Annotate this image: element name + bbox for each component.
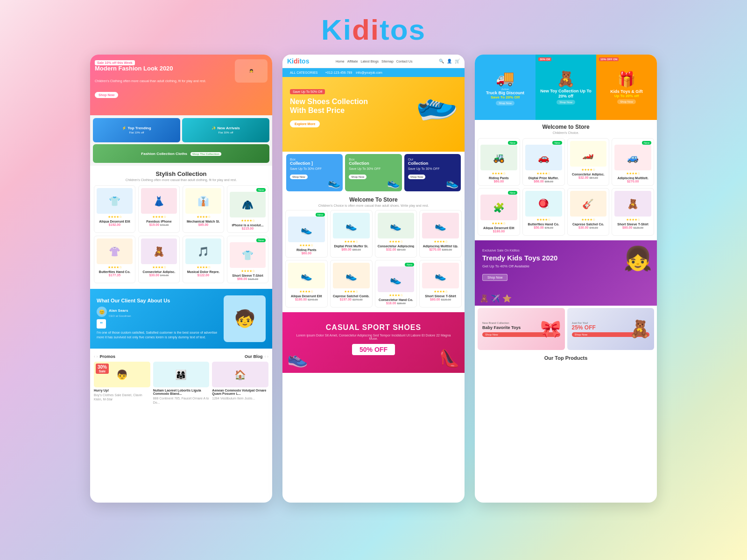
center-product-1[interactable]: New 👟 ★★★★☆ Riding Pants $60.00 [285, 210, 328, 258]
coll-btn-3[interactable]: Shop Now [408, 175, 426, 179]
right-product-5[interactable]: New 🧩 ★★★★☆ Aliqua Deserunt Elit $180.00 [478, 188, 520, 236]
rproduct-img-7: 🎸 [570, 191, 607, 217]
center-product-5[interactable]: 👟 ★★★★☆ Aliqua Deserunt Elit $180.00 $24… [285, 260, 328, 308]
rtb-discount-3: Up To 20% off [614, 94, 639, 98]
center-product-8[interactable]: 👟 ★★★★☆ Short Sleeve T-Shirt $80.00 $120… [419, 260, 462, 308]
rname-2: Digital Prize Muffer. [525, 176, 562, 180]
center-promo-banner: 👟 CASUAL SPORT SHOES Lorem ipsum Dolor S… [282, 312, 465, 373]
blog-card-2-text: 888 Continent 785, Faucet Ornare A to Do… [153, 396, 210, 405]
cart-icon[interactable]: 🛒 [455, 59, 460, 63]
nav-blogs[interactable]: Latest Blogs [361, 60, 379, 63]
cproduct-img-2: 👟 [333, 213, 370, 238]
center-product-3[interactable]: 👟 ★★★★☆ Consectetur Adipiscing $32.00 $5… [375, 210, 417, 258]
promo-shoe-left: 👟 [287, 349, 308, 368]
blog-img-1: 👦 30%Sale [94, 362, 150, 387]
cname-8: Short Sleeve T-Shirt [422, 294, 459, 298]
name-6: Consectetur Adipisc. [141, 270, 177, 273]
left-hero-button[interactable]: Shop Now [95, 92, 118, 98]
blog-card-2[interactable]: 👨‍👩‍👧 Nullam Laoreet Lobortis Ligula Com… [153, 362, 210, 405]
cname-4: Adipiscing Molttist Up. [422, 245, 459, 248]
testimonial-avatar: 😊 [97, 307, 107, 317]
promo-subtitle: Lorem ipsum Dolor Sit Amet, Consectetur … [292, 334, 455, 340]
rtb-title-3: Kids Toys & Gift [610, 89, 642, 94]
promo-discount[interactable]: 50% OFF [352, 344, 395, 355]
right-product-4[interactable]: New 🚙 ★★★★☆ Adipiscing Multlistt. $270.0… [612, 138, 654, 186]
new-badge-r2: New [552, 141, 562, 145]
hero-img-block-1: 👧 [235, 59, 268, 83]
collection-block-1[interactable]: Box Collection ] Save Up To 30% OFF Shop… [286, 154, 343, 191]
categories-button[interactable]: ALL CATEGORIES [286, 70, 322, 76]
cname-1: Riding Pants [288, 248, 325, 252]
right-product-6[interactable]: 🪀 ★★★★☆ Butterflies Hand Co. $50.00 $75.… [522, 188, 565, 236]
right-welcome-subtitle: Children's Choice. [475, 131, 657, 134]
left-product-1[interactable]: 👕 ★★★★☆ Aliqua Deserunt Elit $192.00 [94, 185, 135, 233]
toy-promo-button[interactable]: Shop Now [482, 274, 507, 281]
bb-img-2: 🧸 [629, 319, 650, 339]
promos-prev[interactable]: ‹ › [94, 354, 98, 359]
new-badge-r5: New [508, 191, 517, 195]
promo-title: CASUAL SPORT SHOES [292, 323, 455, 332]
bb-block-2[interactable]: Just For You! 25% OFF Shop Now 🧸 [567, 308, 655, 350]
email-address: info@yourjob.com [356, 71, 382, 74]
collection-block-2[interactable]: Box Collection Save Up To 30% OFF Shop N… [345, 154, 402, 191]
bb-block-1[interactable]: New Brand Collection Baby Favorite Toys … [478, 308, 565, 350]
account-icon[interactable]: 👤 [447, 59, 452, 63]
left-product-3[interactable]: 👔 ★★★★☆ Mechanical Watch Sl. $85.00 [183, 185, 224, 233]
nav-sitemap[interactable]: Sitemap [381, 60, 394, 63]
center-product-4[interactable]: 👟 ★★★★☆ Adipiscing Molttist Up. $270.00 … [419, 210, 462, 258]
rproduct-img-1: 🚜 [480, 145, 517, 170]
blog-card-1[interactable]: 👦 30%Sale Hurry Up! Boy's Clothes Sale D… [94, 362, 150, 405]
right-product-7[interactable]: 🎸 ★★★★☆ Caprese Satchel Co. $30.00 $49.0… [567, 188, 610, 236]
rstars-3: ★★★★☆ [570, 168, 607, 172]
rtb-btn-3[interactable]: Shop Now [617, 99, 636, 104]
product-img-5: 👚 [97, 238, 133, 264]
left-product-6[interactable]: 🧸 ★★★★☆ Consectetur Adipisc. $30.00 $49.… [138, 236, 180, 283]
search-icon[interactable]: 🔍 [439, 59, 444, 63]
price-1: $192.00 [97, 223, 133, 226]
product-img-2: 👗 [141, 188, 177, 214]
quote-icon: " [97, 319, 106, 329]
cproduct-img-5: 👟 [288, 263, 325, 288]
left-hero-title: Modern Fashion Look 2020 [95, 65, 173, 73]
new-badge-r1: New [508, 141, 517, 145]
cstars-8: ★★★★☆ [422, 290, 459, 294]
rtb-btn-1[interactable]: Shop Now [496, 101, 514, 105]
rproduct-img-3: 🏎️ [570, 141, 607, 167]
rtb-btn-2[interactable]: Shop Now [557, 100, 575, 105]
right-product-8[interactable]: 🧸 ★★★★☆ Short Sleeve T-Shirt $80.00 $120… [612, 188, 654, 236]
center-product-6[interactable]: 👟 ★★★★☆ Caprese Satchel Comb. $197.00 $2… [330, 260, 373, 308]
left-product-5[interactable]: 👚 ★★★★☆ Butterflies Hand Co. $177.35 [94, 236, 135, 283]
cprice-8: $80.00 $120.00 [422, 298, 459, 301]
coll-btn-2[interactable]: Shop Now [349, 175, 366, 179]
product-img-1: 👕 [97, 188, 133, 214]
collection-block-3[interactable]: Our Collection Save Up To 30% OFF Shop N… [404, 154, 461, 191]
nav-affiliate[interactable]: Affiliate [347, 60, 358, 63]
center-product-grid: New 👟 ★★★★☆ Riding Pants $60.00 👟 ★★★★☆ … [282, 210, 465, 310]
name-5: Butterflies Hand Co. [97, 270, 133, 273]
rprice-3: $32.00 $54.00 [570, 176, 607, 179]
rtb-gifts: 10% OFF ON 🎁 Kids Toys & Gift Up To 20% … [596, 55, 657, 120]
center-product-2[interactable]: 👟 ★★★★☆ Digital Print Muffer Si. $69.00 … [330, 210, 373, 258]
left-product-2[interactable]: 👗 ★★★★☆ Favobus iPhone $19.00 $49.00 [138, 185, 180, 233]
left-product-7[interactable]: 🎵 ★★★★☆ Musical Dolor Repre. $122.00 [183, 236, 224, 283]
nav-home[interactable]: Home [336, 60, 345, 63]
rtb-truck: 🚚 Action Truck Big Discount Save To 20% … [475, 55, 536, 120]
coll-btn-1[interactable]: Shop Now [290, 175, 308, 179]
stars-8: ★★★★☆ [230, 269, 266, 273]
nav-contact[interactable]: Contact Us [396, 60, 413, 63]
left-hero-images: 👧 [235, 59, 268, 83]
coll-shoe-2: 👟 [387, 177, 400, 189]
left-product-8[interactable]: New 👕 ★★★★☆ Short Sleeve T-Shirt $98.00 … [227, 236, 268, 283]
center-hero-button[interactable]: Explore More [290, 120, 320, 127]
right-product-1[interactable]: New 🚜 ★★★★☆ Riding Pants $60.00 [478, 138, 520, 186]
rstars-6: ★★★★☆ [525, 218, 562, 222]
blog-card-3[interactable]: 🏠 Aenean Commodo Volutpat Ornare Quam Po… [212, 362, 268, 405]
new-badge-r4: New [642, 141, 651, 145]
cprice-6: $197.00 $270.00 [333, 298, 370, 301]
center-nav-links: Home Affiliate Latest Blogs Sitemap Cont… [336, 60, 412, 63]
right-product-3[interactable]: 🏎️ ★★★★☆ Consectetur Adipisc. $32.00 $54… [567, 138, 610, 186]
blog-arrows[interactable]: ‹ › [265, 354, 269, 359]
right-product-2[interactable]: New 🚗 ★★★★☆ Digital Prize Muffer. $68.00… [522, 138, 565, 186]
center-product-7[interactable]: New 👟 ★★★★☆ Consectetur Hand Co. $18.00 … [375, 260, 417, 308]
left-product-4[interactable]: New 🧥 ★★★★☆ iPhone is a revolut... $215.… [227, 185, 268, 233]
